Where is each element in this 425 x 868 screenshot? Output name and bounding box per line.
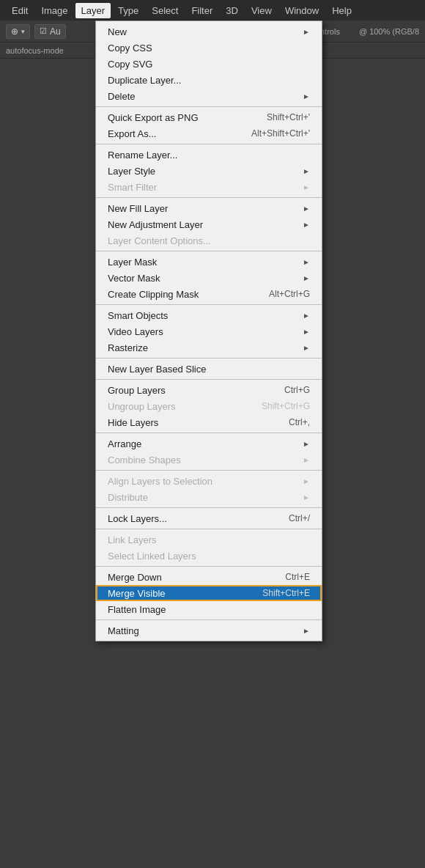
- menu-item-hide-layers-shortcut: Ctrl+,: [289, 417, 310, 427]
- separator-6: [96, 358, 322, 358]
- menu-item-layer-mask[interactable]: Layer Mask ►: [96, 254, 322, 270]
- menu-item-export-as-label: Export As...: [108, 128, 229, 139]
- menu-item-smart-objects[interactable]: Smart Objects ►: [96, 307, 322, 323]
- menu-item-layer-style-arrow: ►: [303, 167, 310, 175]
- menu-item-lock-layers-label: Lock Layers...: [108, 513, 267, 524]
- menu-item-layer-style[interactable]: Layer Style ►: [96, 163, 322, 179]
- menu-item-vector-mask[interactable]: Vector Mask ►: [96, 270, 322, 286]
- menu-item-new-adjustment-arrow: ►: [303, 221, 310, 229]
- menu-item-link-layers-label: Link Layers: [108, 534, 310, 545]
- move-arrow: ▾: [21, 28, 25, 35]
- menu-item-group-layers-shortcut: Ctrl+G: [284, 385, 310, 395]
- separator-12: [96, 566, 322, 567]
- menu-item-merge-visible-label: Merge Visible: [108, 588, 240, 599]
- menu-item-new[interactable]: New ►: [96, 23, 322, 40]
- menu-item-delete-label: Delete: [108, 91, 297, 102]
- menu-item-video-layers-label: Video Layers: [108, 326, 297, 337]
- separator-9: [96, 470, 322, 471]
- menu-item-arrange-label: Arrange: [108, 438, 297, 449]
- menu-item-rasterize[interactable]: Rasterize ►: [96, 339, 322, 356]
- menu-item-layer-mask-label: Layer Mask: [108, 257, 297, 268]
- menu-item-video-layers-arrow: ►: [303, 328, 310, 336]
- menu-item-duplicate-layer[interactable]: Duplicate Layer...: [96, 72, 322, 88]
- menu-item-new-fill-layer[interactable]: New Fill Layer ►: [96, 200, 322, 216]
- menu-bar: Edit Image Layer Type Select Filter 3D V…: [0, 0, 425, 21]
- menu-item-select-linked-layers: Select Linked Layers: [96, 548, 322, 564]
- menubar-image[interactable]: Image: [35, 3, 73, 18]
- auto-checkbox-icon: ☑: [40, 26, 47, 36]
- menu-item-ungroup-layers-shortcut: Shift+Ctrl+G: [262, 401, 310, 411]
- breadcrumb-text: autofocus-mode: [6, 46, 64, 55]
- menu-item-export-as-shortcut: Alt+Shift+Ctrl+': [251, 128, 310, 139]
- separator-13: [96, 619, 322, 620]
- menu-item-vector-mask-arrow: ►: [303, 274, 310, 282]
- menu-item-smart-objects-arrow: ►: [303, 312, 310, 320]
- auto-label: Au: [50, 26, 61, 37]
- menu-item-flatten-image-label: Flatten Image: [108, 604, 310, 615]
- menu-item-layer-content-label: Layer Content Options...: [108, 235, 310, 246]
- separator-11: [96, 529, 322, 529]
- menu-item-delete[interactable]: Delete ►: [96, 88, 322, 104]
- menu-item-vector-mask-label: Vector Mask: [108, 273, 297, 284]
- menu-item-align-layers-label: Align Layers to Selection: [108, 476, 297, 487]
- menu-item-export-as[interactable]: Export As... Alt+Shift+Ctrl+': [96, 125, 322, 141]
- menu-item-matting[interactable]: Matting ►: [96, 622, 322, 639]
- separator-4: [96, 251, 322, 251]
- menu-item-combine-shapes-label: Combine Shapes: [108, 455, 297, 466]
- menu-item-video-layers[interactable]: Video Layers ►: [96, 323, 322, 339]
- menu-item-clipping-mask-shortcut: Alt+Ctrl+G: [269, 289, 310, 299]
- separator-5: [96, 304, 322, 305]
- menu-item-quick-export[interactable]: Quick Export as PNG Shift+Ctrl+': [96, 109, 322, 125]
- separator-7: [96, 379, 322, 380]
- menubar-layer[interactable]: Layer: [75, 3, 111, 18]
- menu-item-rename-layer[interactable]: Rename Layer...: [96, 147, 322, 163]
- menu-item-combine-shapes: Combine Shapes ►: [96, 452, 322, 468]
- menu-item-ungroup-layers-label: Ungroup Layers: [108, 401, 240, 412]
- menu-item-layer-style-label: Layer Style: [108, 166, 297, 177]
- menubar-filter[interactable]: Filter: [185, 3, 218, 18]
- menu-item-copy-svg[interactable]: Copy SVG: [96, 56, 322, 72]
- menu-item-duplicate-label: Duplicate Layer...: [108, 75, 310, 86]
- menubar-type[interactable]: Type: [112, 3, 144, 18]
- menu-item-copy-css[interactable]: Copy CSS: [96, 40, 322, 56]
- menu-item-new-adjustment-layer[interactable]: New Adjustment Layer ►: [96, 216, 322, 232]
- menu-item-merge-visible-shortcut: Shift+Ctrl+E: [262, 588, 310, 598]
- menubar-edit[interactable]: Edit: [6, 3, 34, 18]
- menubar-select[interactable]: Select: [146, 3, 184, 18]
- move-tool[interactable]: ⊕ ▾: [6, 24, 30, 39]
- separator-3: [96, 197, 322, 198]
- menu-item-smart-objects-label: Smart Objects: [108, 310, 297, 321]
- menu-item-new-layer-based-slice[interactable]: New Layer Based Slice: [96, 361, 322, 377]
- auto-button[interactable]: ☑ Au: [34, 24, 66, 39]
- menu-item-merge-visible[interactable]: Merge Visible Shift+Ctrl+E: [96, 585, 322, 601]
- menu-item-new-arrow: ►: [303, 28, 310, 36]
- menu-item-lock-layers-shortcut: Ctrl+/: [289, 513, 310, 523]
- menu-item-merge-down-shortcut: Ctrl+E: [285, 572, 310, 582]
- menu-item-matting-label: Matting: [108, 625, 297, 636]
- menubar-3d[interactable]: 3D: [220, 3, 244, 18]
- menu-item-smart-filter-arrow: ►: [303, 183, 310, 191]
- menu-item-distribute: Distribute ►: [96, 489, 322, 505]
- menu-item-new-fill-arrow: ►: [303, 205, 310, 213]
- menubar-help[interactable]: Help: [326, 3, 358, 18]
- menu-item-flatten-image[interactable]: Flatten Image: [96, 601, 322, 617]
- menu-item-hide-layers-label: Hide Layers: [108, 417, 267, 428]
- menu-item-delete-arrow: ►: [303, 92, 310, 100]
- menu-item-new-fill-label: New Fill Layer: [108, 203, 297, 214]
- menubar-view[interactable]: View: [245, 3, 278, 18]
- menu-item-rasterize-label: Rasterize: [108, 342, 297, 353]
- menu-item-layer-mask-arrow: ►: [303, 258, 310, 266]
- menu-item-arrange[interactable]: Arrange ►: [96, 435, 322, 452]
- menu-item-distribute-arrow: ►: [303, 493, 310, 501]
- menu-item-copy-svg-label: Copy SVG: [108, 59, 310, 70]
- menubar-window[interactable]: Window: [279, 3, 325, 18]
- menu-item-merge-down[interactable]: Merge Down Ctrl+E: [96, 569, 322, 585]
- menu-item-create-clipping-mask[interactable]: Create Clipping Mask Alt+Ctrl+G: [96, 286, 322, 302]
- menu-item-rasterize-arrow: ►: [303, 344, 310, 352]
- menu-item-hide-layers[interactable]: Hide Layers Ctrl+,: [96, 414, 322, 430]
- move-icon: ⊕: [11, 26, 18, 37]
- menu-item-lock-layers[interactable]: Lock Layers... Ctrl+/: [96, 510, 322, 526]
- menu-item-quick-export-label: Quick Export as PNG: [108, 112, 245, 123]
- menu-item-distribute-label: Distribute: [108, 492, 297, 503]
- menu-item-group-layers[interactable]: Group Layers Ctrl+G: [96, 382, 322, 398]
